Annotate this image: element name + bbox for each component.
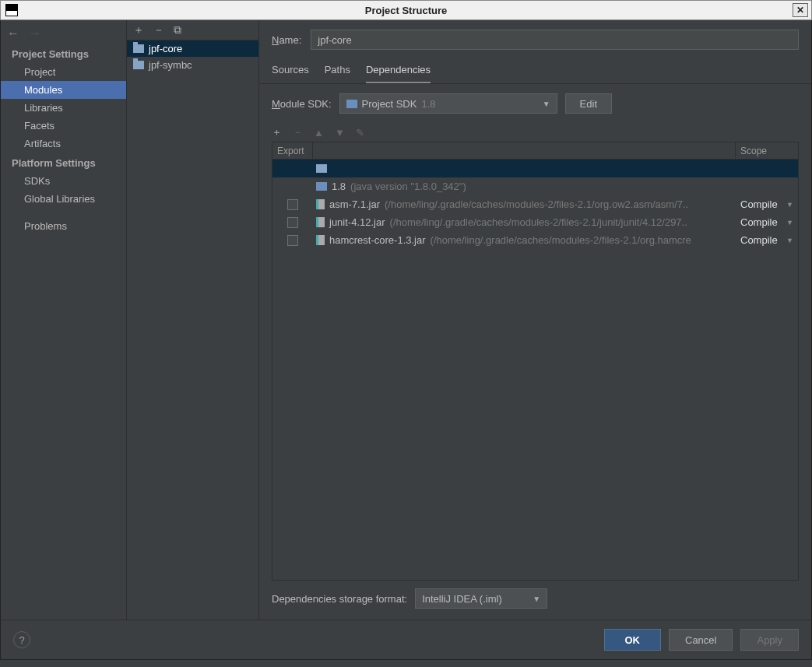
add-module-icon[interactable]: ＋ xyxy=(133,23,144,37)
library-icon xyxy=(316,199,325,209)
dependencies-table: Export Scope 1.8 (java version "1.8.0_34… xyxy=(272,142,799,581)
platform-settings-header: Platform Settings xyxy=(1,153,126,172)
dialog-footer: ? OK Cancel Apply xyxy=(0,620,812,660)
cancel-button[interactable]: Cancel xyxy=(669,629,733,651)
jdk-icon xyxy=(316,182,327,191)
module-item[interactable]: jpf-core xyxy=(127,40,258,57)
name-label: Name: xyxy=(272,34,301,46)
apply-button[interactable]: Apply xyxy=(740,629,799,651)
module-item[interactable]: jpf-symbc xyxy=(127,57,258,73)
nav-item-artifacts[interactable]: Artifacts xyxy=(1,135,126,153)
nav-forward-icon[interactable]: → xyxy=(29,26,41,40)
move-up-icon[interactable]: ▲ xyxy=(314,127,324,139)
tab-dependencies[interactable]: Dependencies xyxy=(366,61,431,83)
window-app-icon xyxy=(5,4,18,16)
storage-format-label: Dependencies storage format: xyxy=(272,593,407,605)
remove-module-icon[interactable]: － xyxy=(153,23,164,37)
library-icon xyxy=(316,217,325,227)
nav-back-icon[interactable]: ← xyxy=(7,26,19,40)
library-icon xyxy=(316,235,325,245)
table-row[interactable] xyxy=(272,160,798,177)
table-row[interactable]: asm-7.1.jar (/home/ling/.gradle/caches/m… xyxy=(272,195,798,213)
column-header-export[interactable]: Export xyxy=(272,142,313,159)
export-checkbox[interactable] xyxy=(287,235,298,246)
scope-dropdown[interactable]: Compile▼ xyxy=(736,216,798,228)
ok-button[interactable]: OK xyxy=(604,629,662,651)
nav-item-facets[interactable]: Facets xyxy=(1,117,126,135)
module-tabs: SourcesPathsDependencies xyxy=(259,56,811,84)
module-name-input[interactable] xyxy=(311,30,799,50)
nav-item-modules[interactable]: Modules xyxy=(1,81,126,99)
sdk-folder-icon xyxy=(346,100,357,108)
tab-paths[interactable]: Paths xyxy=(325,61,350,83)
folder-icon xyxy=(133,61,144,69)
settings-nav: ← → Project Settings ProjectModulesLibra… xyxy=(1,20,127,620)
chevron-down-icon: ▼ xyxy=(786,237,793,244)
chevron-down-icon: ▼ xyxy=(533,595,540,603)
chevron-down-icon: ▼ xyxy=(786,201,793,209)
export-checkbox[interactable] xyxy=(287,199,298,210)
export-checkbox[interactable] xyxy=(287,217,298,228)
module-sdk-dropdown[interactable]: Project SDK 1.8 ▼ xyxy=(339,93,557,114)
column-header-dependency[interactable] xyxy=(313,142,736,159)
remove-dependency-icon[interactable]: － xyxy=(293,125,303,139)
nav-item-global-libraries[interactable]: Global Libraries xyxy=(1,190,126,208)
window-title: Project Structure xyxy=(365,5,447,16)
module-detail-panel: Name: SourcesPathsDependencies Module SD… xyxy=(259,20,811,620)
table-row[interactable]: hamcrest-core-1.3.jar (/home/ling/.gradl… xyxy=(272,231,798,249)
scope-dropdown[interactable]: Compile▼ xyxy=(736,198,798,210)
main-area: ← → Project Settings ProjectModulesLibra… xyxy=(0,20,812,620)
edit-sdk-button[interactable]: Edit xyxy=(565,93,612,114)
move-down-icon[interactable]: ▼ xyxy=(335,127,345,139)
nav-item-sdks[interactable]: SDKs xyxy=(1,172,126,190)
chevron-down-icon: ▼ xyxy=(786,219,793,226)
close-icon[interactable]: ✕ xyxy=(793,3,808,17)
folder-icon xyxy=(316,164,327,173)
table-row[interactable]: 1.8 (java version "1.8.0_342") xyxy=(272,177,798,195)
edit-dependency-icon[interactable]: ✎ xyxy=(356,127,364,139)
table-row[interactable]: junit-4.12.jar (/home/ling/.gradle/cache… xyxy=(272,213,798,231)
tab-sources[interactable]: Sources xyxy=(272,61,309,83)
scope-dropdown[interactable]: Compile▼ xyxy=(736,234,798,246)
copy-module-icon[interactable]: ⧉ xyxy=(174,23,181,37)
nav-item-libraries[interactable]: Libraries xyxy=(1,99,126,117)
folder-icon xyxy=(133,44,144,53)
help-icon[interactable]: ? xyxy=(13,631,30,648)
module-list-panel: ＋ － ⧉ jpf-corejpf-symbc xyxy=(127,20,259,620)
sdk-label: Module SDK: xyxy=(272,98,332,110)
titlebar: Project Structure ✕ xyxy=(0,0,812,20)
add-dependency-icon[interactable]: ＋ xyxy=(272,125,282,139)
storage-format-dropdown[interactable]: IntelliJ IDEA (.iml) ▼ xyxy=(415,588,547,609)
nav-item-problems[interactable]: Problems xyxy=(1,217,126,235)
nav-item-project[interactable]: Project xyxy=(1,63,126,81)
project-settings-header: Project Settings xyxy=(1,44,126,63)
column-header-scope[interactable]: Scope xyxy=(736,142,798,159)
chevron-down-icon: ▼ xyxy=(543,100,550,108)
